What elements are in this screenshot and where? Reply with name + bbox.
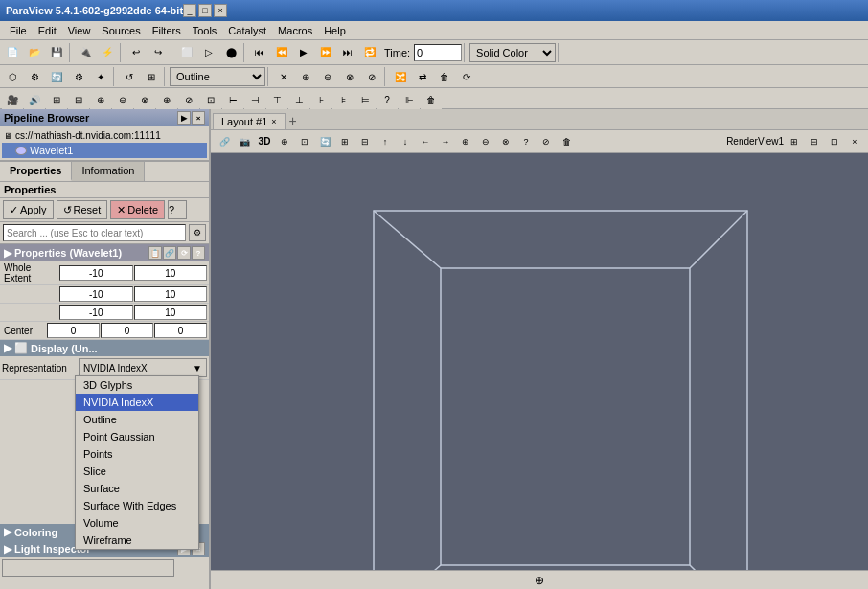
- outline-select[interactable]: Outline: [170, 67, 265, 86]
- minimize-button[interactable]: _: [183, 4, 196, 17]
- color-select[interactable]: Solid Color: [469, 43, 556, 62]
- apply-button[interactable]: ✓ Apply: [3, 200, 54, 219]
- tb2-m[interactable]: 🔀: [390, 66, 411, 87]
- section-icon-d[interactable]: ?: [192, 246, 205, 260]
- tb2-g[interactable]: ⊞: [141, 66, 162, 87]
- last-button[interactable]: ⏭: [337, 42, 358, 63]
- render-btn-f[interactable]: ⊟: [355, 133, 375, 150]
- tb-btn-b[interactable]: ▷: [198, 42, 219, 63]
- rv-expand-button[interactable]: ⊞: [785, 133, 804, 150]
- tb2-a[interactable]: ⬡: [2, 66, 23, 87]
- tb3-f[interactable]: ⊖: [112, 89, 133, 110]
- dropdown-slice[interactable]: Slice: [76, 463, 198, 480]
- tb3-c[interactable]: ⊞: [46, 89, 67, 110]
- pipeline-wavelet[interactable]: Wavelet1: [2, 143, 207, 158]
- tab-properties[interactable]: Properties: [0, 162, 72, 181]
- tb-btn-a[interactable]: ⬜: [176, 42, 197, 63]
- tb3-g[interactable]: ⊗: [134, 89, 155, 110]
- section-icon-c[interactable]: ⟳: [177, 246, 191, 260]
- disconnect-button[interactable]: ⚡: [97, 42, 118, 63]
- undo-button[interactable]: ↩: [126, 42, 147, 63]
- extent-z-max[interactable]: [134, 305, 208, 320]
- extent-y-max[interactable]: [134, 286, 208, 302]
- tb2-p[interactable]: ⟳: [456, 66, 477, 87]
- render-btn-i[interactable]: ←: [416, 133, 435, 150]
- new-button[interactable]: 📄: [2, 42, 23, 63]
- render-btn-d[interactable]: 🔄: [315, 133, 334, 150]
- tb2-f[interactable]: ↺: [119, 66, 140, 87]
- render-btn-b[interactable]: ⊕: [275, 133, 294, 150]
- tb3-d[interactable]: ⊟: [68, 89, 89, 110]
- tb2-k[interactable]: ⊗: [339, 66, 360, 87]
- menu-catalyst[interactable]: Catalyst: [222, 23, 272, 38]
- render-btn-c[interactable]: ⊡: [295, 133, 314, 150]
- properties-search[interactable]: [3, 224, 186, 241]
- tb3-b[interactable]: 🔊: [24, 89, 45, 110]
- light-color-selector[interactable]: [2, 559, 174, 577]
- render-btn-k[interactable]: ⊕: [456, 133, 475, 150]
- tb3-k[interactable]: ⊢: [222, 89, 243, 110]
- render-btn-a[interactable]: 📷: [235, 133, 254, 150]
- menu-edit[interactable]: Edit: [33, 23, 62, 38]
- tb3-e[interactable]: ⊕: [90, 89, 111, 110]
- dropdown-surface-edges[interactable]: Surface With Edges: [76, 497, 198, 514]
- light-collapse-icon[interactable]: ▶: [4, 543, 11, 555]
- redo-button[interactable]: ↪: [148, 42, 169, 63]
- section-icon-b[interactable]: 🔗: [163, 246, 176, 260]
- render-btn-l[interactable]: ⊖: [476, 133, 495, 150]
- tb3-s[interactable]: ⊩: [399, 89, 420, 110]
- tb2-j[interactable]: ⊖: [317, 66, 338, 87]
- dropdown-point-gaussian[interactable]: Point Gaussian: [76, 428, 198, 445]
- center-y[interactable]: [101, 323, 153, 338]
- tb2-o[interactable]: 🗑: [434, 66, 455, 87]
- dropdown-points[interactable]: Points: [76, 445, 198, 463]
- connect-button[interactable]: 🔌: [75, 42, 96, 63]
- representation-select[interactable]: NVIDIA IndexX ▼: [79, 358, 207, 377]
- time-input[interactable]: [414, 44, 462, 61]
- tb3-o[interactable]: ⊦: [310, 89, 331, 110]
- dropdown-nvidia-index[interactable]: NVIDIA IndexX: [76, 394, 198, 411]
- tb3-t[interactable]: 🗑: [421, 89, 442, 110]
- extent-y-min[interactable]: [59, 286, 133, 302]
- rv-split-h-button[interactable]: ⊟: [805, 133, 824, 150]
- render-btn-h[interactable]: ↓: [396, 133, 415, 150]
- section-collapse-icon[interactable]: ▶: [4, 247, 11, 260]
- tb3-n[interactable]: ⊥: [288, 89, 309, 110]
- tb3-l[interactable]: ⊣: [244, 89, 265, 110]
- menu-file[interactable]: File: [4, 23, 33, 38]
- menu-view[interactable]: View: [62, 23, 97, 38]
- render-status-icon[interactable]: ⊕: [535, 574, 544, 587]
- tb3-q[interactable]: ⊨: [354, 89, 376, 110]
- search-settings-button[interactable]: ⚙: [189, 224, 206, 241]
- coloring-collapse-icon[interactable]: ▶: [4, 526, 11, 538]
- menu-macros[interactable]: Macros: [272, 23, 318, 38]
- center-z[interactable]: [154, 323, 207, 338]
- render-btn-j[interactable]: →: [436, 133, 455, 150]
- delete-button[interactable]: ✕ Delete: [110, 200, 165, 219]
- camera-link-button[interactable]: 🔗: [215, 133, 234, 150]
- display-collapse-icon[interactable]: ▶: [4, 342, 11, 354]
- extent-x-min[interactable]: [59, 265, 133, 281]
- open-button[interactable]: 📂: [24, 42, 45, 63]
- rv-close-button[interactable]: ×: [845, 133, 864, 150]
- menu-sources[interactable]: Sources: [96, 23, 146, 38]
- tb2-d[interactable]: ⚙: [68, 66, 89, 87]
- tb3-h[interactable]: ⊕: [156, 89, 177, 110]
- loop-button[interactable]: 🔁: [359, 42, 380, 63]
- tb2-l[interactable]: ⊘: [361, 66, 382, 87]
- menu-filters[interactable]: Filters: [147, 23, 187, 38]
- tb3-a[interactable]: 🎥: [2, 89, 23, 110]
- tb3-i[interactable]: ⊘: [178, 89, 199, 110]
- render-btn-p[interactable]: 🗑: [557, 133, 576, 150]
- tb2-i[interactable]: ⊕: [295, 66, 316, 87]
- eye-icon[interactable]: [15, 147, 27, 155]
- dropdown-outline[interactable]: Outline: [76, 411, 198, 428]
- menu-help[interactable]: Help: [318, 23, 352, 38]
- render-btn-n[interactable]: ?: [516, 133, 536, 150]
- tab-close-button[interactable]: ×: [271, 117, 276, 126]
- help-button[interactable]: ?: [168, 200, 187, 219]
- tb2-n[interactable]: ⇄: [412, 66, 433, 87]
- extent-z-min[interactable]: [59, 305, 133, 320]
- close-button[interactable]: ×: [214, 4, 227, 17]
- render-btn-g[interactable]: ↑: [376, 133, 395, 150]
